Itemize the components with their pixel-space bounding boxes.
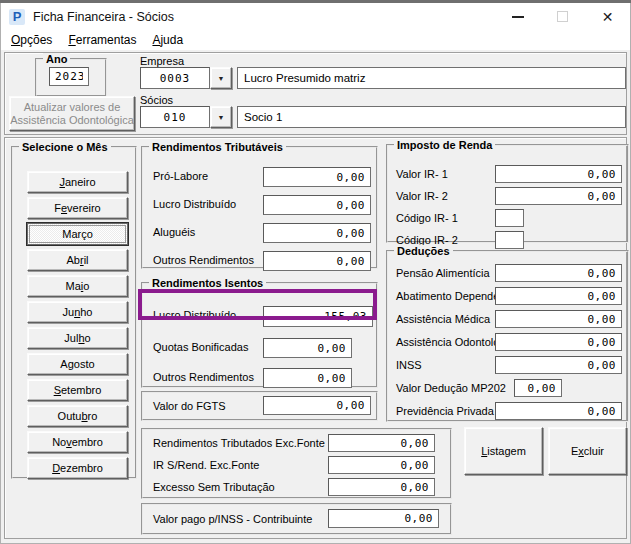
pro-labore-label: Pró-Labore <box>153 170 208 182</box>
menu-ferramentas[interactable]: Ferramentas <box>60 30 144 50</box>
deducoes-title: Deduções <box>394 245 453 257</box>
empresa-label: Empresa <box>140 55 184 67</box>
menu-bar: Opções Ferramentas Ajuda <box>1 30 630 50</box>
imposto-renda-groupbox: Imposto de Renda Valor IR- 1 Valor IR- 2… <box>386 139 629 243</box>
pensao-alimenticia-input[interactable] <box>495 264 622 282</box>
maximize-button <box>540 3 585 30</box>
valor-ir2-input[interactable] <box>495 187 622 205</box>
codigo-ir1-input[interactable] <box>495 209 524 227</box>
lucro-distribuido-trib-input[interactable] <box>263 195 371 215</box>
empresa-name-display: Lucro Presumido matriz <box>237 67 626 89</box>
main-panel: Selecione o Mês Janeiro Fevereiro Março … <box>4 137 627 539</box>
outros-rendimentos-trib-label: Outros Rendimentos <box>153 254 254 266</box>
header-panel: Ano Atualizar valores de Assistência Odo… <box>4 52 627 135</box>
month-button-novembro[interactable]: Novembro <box>27 431 128 453</box>
imposto-renda-title: Imposto de Renda <box>394 139 495 151</box>
pensao-alimenticia-label: Pensão Alimentícia <box>396 267 490 279</box>
assistencia-medica-label: Assistência Médica <box>396 313 490 325</box>
previdencia-privada-input[interactable] <box>495 402 622 420</box>
pro-labore-input[interactable] <box>263 167 371 187</box>
excluir-button[interactable]: Excluir <box>548 427 627 475</box>
close-button[interactable]: ✕ <box>585 3 630 30</box>
lucro-distribuido-trib-label: Lucro Distribuído <box>153 198 236 210</box>
month-button-outubro[interactable]: Outubro <box>27 405 128 427</box>
chevron-down-icon: ▼ <box>218 75 225 82</box>
abatimento-dependentes-input[interactable] <box>495 287 622 305</box>
minimize-icon <box>512 16 524 18</box>
previdencia-privada-label: Previdência Privada <box>396 405 494 417</box>
valor-deducao-mp202-input[interactable] <box>514 379 562 397</box>
menu-ajuda[interactable]: Ajuda <box>144 30 191 50</box>
month-button-marco[interactable]: Março <box>27 223 128 245</box>
valor-deducao-mp202-label: Valor Dedução MP202 <box>396 382 506 394</box>
socios-dropdown-button[interactable]: ▼ <box>210 106 232 128</box>
month-button-setembro[interactable]: Setembro <box>27 379 128 401</box>
month-button-dezembro[interactable]: Dezembro <box>27 457 128 479</box>
inss-contribuinte-groupbox: Valor pago p/INSS - Contribuinte <box>141 503 452 535</box>
minimize-button[interactable] <box>495 3 540 30</box>
excesso-sem-tributacao-input[interactable] <box>328 478 435 496</box>
outros-rendimentos-trib-input[interactable] <box>263 251 371 271</box>
maximize-icon <box>557 11 568 22</box>
rend-tributados-exc-fonte-label: Rendimentos Tributados Exc.Fonte <box>153 437 325 449</box>
month-button-julho[interactable]: Julho <box>27 327 128 349</box>
atualizar-odontologica-button: Atualizar valores de Assistência Odontol… <box>9 96 135 131</box>
excesso-sem-tributacao-label: Excesso Sem Tributação <box>153 481 275 493</box>
menu-opcoes[interactable]: Opções <box>1 30 60 50</box>
inss-contribuinte-label: Valor pago p/INSS - Contribuinte <box>153 513 312 525</box>
chevron-down-icon: ▼ <box>218 114 225 121</box>
quotas-bonificadas-input[interactable] <box>263 338 352 358</box>
month-button-junho[interactable]: Junho <box>27 301 128 323</box>
inss-deducao-label: INSS <box>396 359 422 371</box>
inss-contribuinte-input[interactable] <box>328 509 439 528</box>
quotas-bonificadas-label: Quotas Bonificadas <box>153 341 248 353</box>
valor-ir1-label: Valor IR- 1 <box>396 168 448 180</box>
empresa-dropdown-button[interactable]: ▼ <box>210 67 232 89</box>
assistencia-medica-input[interactable] <box>495 310 622 328</box>
rendimentos-isentos-groupbox: Rendimentos Isentos Lucro Distribuído Qu… <box>141 277 378 388</box>
outros-rendimentos-isento-input[interactable] <box>263 368 352 388</box>
window-title: Ficha Financeira - Sócios <box>33 10 174 24</box>
lucro-distribuido-isento-input[interactable] <box>263 306 373 327</box>
alugueis-input[interactable] <box>263 223 371 243</box>
month-button-agosto[interactable]: Agosto <box>27 353 128 375</box>
button-label-line: Assistência Odontológica <box>10 114 134 127</box>
fgts-groupbox: Valor do FGTS <box>141 391 378 421</box>
ir-rend-exc-fonte-input[interactable] <box>328 456 435 474</box>
valor-ir1-input[interactable] <box>495 165 622 183</box>
socios-code-input[interactable] <box>140 106 210 128</box>
empresa-code-input[interactable] <box>140 67 210 89</box>
fgts-label: Valor do FGTS <box>153 400 226 412</box>
title-bar: P Ficha Financeira - Sócios ✕ <box>1 3 630 30</box>
month-button-fevereiro[interactable]: Fevereiro <box>27 197 128 219</box>
alugueis-label: Aluguéis <box>153 226 195 238</box>
close-icon: ✕ <box>602 10 614 24</box>
ano-input[interactable] <box>49 67 89 86</box>
ano-label: Ano <box>43 53 70 65</box>
valor-ir2-label: Valor IR- 2 <box>396 190 448 202</box>
codigo-ir1-label: Código IR- 1 <box>396 212 458 224</box>
rend-tributados-exc-fonte-input[interactable] <box>328 434 435 452</box>
month-button-abril[interactable]: Abril <box>27 249 128 271</box>
lucro-distribuido-isento-label: Lucro Distribuído <box>153 309 236 321</box>
outros-rendimentos-isento-label: Outros Rendimentos <box>153 371 254 383</box>
month-groupbox: Selecione o Mês Janeiro Fevereiro Março … <box>11 141 137 479</box>
button-label-line: Atualizar valores de <box>24 101 121 114</box>
month-button-maio[interactable]: Maio <box>27 275 128 297</box>
socios-label: Sócios <box>140 94 173 106</box>
assistencia-odontologica-input[interactable] <box>495 333 622 351</box>
inss-deducao-input[interactable] <box>495 356 622 374</box>
month-button-janeiro[interactable]: Janeiro <box>27 171 128 193</box>
fgts-input[interactable] <box>263 396 371 415</box>
app-logo-icon: P <box>9 9 25 25</box>
ir-rend-exc-fonte-label: IR S/Rend. Exc.Fonte <box>153 459 259 471</box>
ano-groupbox: Ano <box>35 53 107 97</box>
window-controls: ✕ <box>495 3 630 30</box>
rendimentos-tributaveis-groupbox: Rendimentos Tributáveis Pró-Labore Lucro… <box>141 141 378 269</box>
rendimentos-tributaveis-title: Rendimentos Tributáveis <box>149 141 286 153</box>
month-group-title: Selecione o Mês <box>19 141 111 153</box>
exc-fonte-groupbox: Rendimentos Tributados Exc.Fonte IR S/Re… <box>141 428 452 499</box>
app-window: P Ficha Financeira - Sócios ✕ Opções Fer… <box>0 0 631 544</box>
socios-name-display: Socio 1 <box>237 106 626 128</box>
listagem-button[interactable]: Listagem <box>464 427 543 475</box>
